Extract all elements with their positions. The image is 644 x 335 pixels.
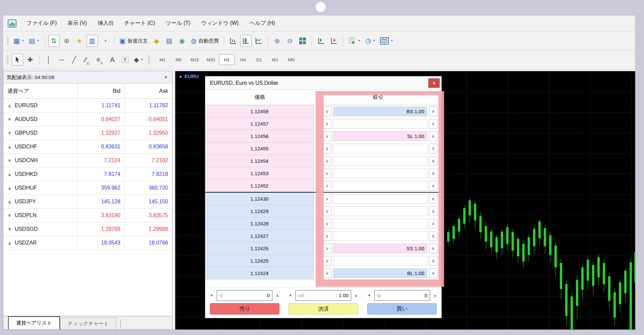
- price-cell[interactable]: 1.12455: [205, 142, 314, 155]
- price-cell[interactable]: 1.12428: [205, 217, 314, 230]
- buy-chevron-button[interactable]: ∧: [429, 144, 437, 153]
- menu-item[interactable]: ヘルプ (H): [244, 18, 280, 29]
- buy-chevron-button[interactable]: ∧: [429, 256, 437, 266]
- order-cell[interactable]: [333, 169, 427, 178]
- market-terminal-icon[interactable]: ▤: [164, 35, 175, 47]
- table-row[interactable]: ▲USDHKD7.81747.8218: [3, 168, 172, 181]
- buy-chevron-button[interactable]: ∧: [429, 231, 437, 241]
- dom-dialog-titlebar[interactable]: EURUSD, Euro vs US Dollar x: [205, 76, 441, 90]
- order-cell[interactable]: BS 1.00: [333, 107, 427, 116]
- price-cell[interactable]: 1.12457: [205, 118, 314, 130]
- menu-item[interactable]: 挿入(I): [92, 18, 119, 29]
- close-button[interactable]: x: [428, 78, 440, 88]
- sell-chevron-button[interactable]: ∨: [323, 181, 331, 191]
- buy-chevron-button[interactable]: ∧: [429, 206, 437, 216]
- buy-chevron-button[interactable]: ∧: [429, 156, 437, 166]
- table-row[interactable]: ▲USDZAR18.054318.0766: [3, 236, 172, 250]
- table-row[interactable]: ▲USDCHF0.836310.83658: [3, 140, 172, 154]
- table-row[interactable]: ▼USDSGD1.297691.29988: [3, 222, 172, 236]
- price-cell[interactable]: 1.12453: [205, 167, 314, 180]
- table-row[interactable]: ▼GBPUSD1.329271.32950: [3, 126, 172, 140]
- sell-button[interactable]: 売り: [210, 303, 279, 315]
- profiles-icon[interactable]: ▤▼: [27, 35, 41, 47]
- sl-increment-button[interactable]: ▲: [274, 292, 281, 299]
- buy-chevron-button[interactable]: ∧: [429, 244, 437, 253]
- period-clock-icon[interactable]: ◷▼: [364, 35, 377, 47]
- sl-decrement-button[interactable]: ▼: [208, 292, 215, 299]
- column-header-symbol[interactable]: 通貨ペア: [3, 84, 78, 98]
- timeframe-h4[interactable]: H4: [235, 54, 251, 65]
- menu-item[interactable]: ファイル (F): [21, 18, 62, 29]
- data-window-icon[interactable]: ⊕: [61, 35, 72, 47]
- price-cell[interactable]: 1.12426: [205, 242, 314, 255]
- order-cell[interactable]: SS 1.00: [333, 244, 427, 253]
- table-row[interactable]: ▲USDHUF359.962360.720: [3, 181, 172, 195]
- equidistant-channel-icon[interactable]: ∕∕E: [81, 54, 93, 66]
- bar-chart-icon[interactable]: [227, 35, 239, 47]
- indicators-icon[interactable]: ▼: [378, 35, 395, 47]
- candlestick-chart-icon[interactable]: [240, 35, 252, 47]
- timeframe-m1[interactable]: M1: [155, 54, 170, 65]
- tp-field[interactable]: tp0: [374, 290, 430, 301]
- sell-chevron-button[interactable]: ∨: [323, 144, 331, 153]
- price-cell[interactable]: 1.12454: [205, 155, 314, 167]
- order-cell[interactable]: [333, 256, 427, 266]
- order-cell[interactable]: [333, 144, 427, 153]
- close-button[interactable]: 決済: [288, 303, 358, 315]
- sell-chevron-button[interactable]: ∨: [323, 156, 331, 166]
- price-cell[interactable]: 1.12425: [205, 255, 314, 267]
- sell-chevron-button[interactable]: ∨: [323, 206, 331, 216]
- auto-scroll-icon[interactable]: [315, 35, 327, 47]
- order-cell[interactable]: [333, 231, 427, 241]
- vol-field[interactable]: vol1.00: [296, 290, 351, 301]
- chevron-down-icon[interactable]: ▼: [141, 58, 143, 61]
- price-cell[interactable]: 1.12429: [205, 205, 314, 217]
- sell-chevron-button[interactable]: ∨: [323, 119, 331, 129]
- zoom-out-icon[interactable]: ⊖: [284, 35, 296, 47]
- order-cell[interactable]: [333, 156, 427, 166]
- order-cell[interactable]: [333, 206, 427, 216]
- mql-wizard-icon[interactable]: ◆: [151, 35, 162, 47]
- price-cell[interactable]: 1.12458: [205, 105, 314, 118]
- table-row[interactable]: ▲EURUSD1.117411.11762: [3, 99, 172, 113]
- sell-chevron-button[interactable]: ∨: [323, 107, 331, 116]
- sell-chevron-button[interactable]: ∨: [323, 194, 331, 204]
- order-cell[interactable]: SL 1.00: [333, 131, 427, 141]
- buy-chevron-button[interactable]: ∧: [429, 169, 437, 178]
- price-cell[interactable]: 1.12424: [205, 267, 314, 279]
- table-row[interactable]: ▼USDCNH7.21247.2162: [3, 154, 172, 168]
- table-row[interactable]: ▼AUDUSD0.640270.64051: [3, 113, 172, 126]
- order-cell[interactable]: BL 1.00: [333, 268, 427, 278]
- buy-chevron-button[interactable]: ∧: [429, 194, 437, 204]
- vertical-line-icon[interactable]: │: [43, 54, 54, 66]
- toolbar-grip[interactable]: [7, 55, 9, 64]
- arrows-icon[interactable]: ◆▼: [132, 54, 145, 66]
- timeframe-m15[interactable]: M15: [187, 54, 202, 65]
- buy-chevron-button[interactable]: ∧: [429, 107, 437, 116]
- fibonacci-icon[interactable]: ≡F: [94, 54, 105, 66]
- menu-item[interactable]: ツール (T): [160, 18, 196, 29]
- autotrading-icon[interactable]: ◍自動売買: [189, 35, 220, 47]
- price-cell[interactable]: 1.12456: [205, 130, 314, 142]
- timeframe-d1[interactable]: D1: [251, 54, 267, 65]
- tab-symbol-list[interactable]: 通貨ペアリスト: [8, 316, 60, 329]
- menu-item[interactable]: チャート (C): [119, 18, 160, 29]
- zoom-in-icon[interactable]: ⊕: [271, 35, 283, 47]
- timeframe-mn[interactable]: MN: [283, 54, 299, 65]
- text-label-icon[interactable]: T: [119, 54, 131, 66]
- chevron-down-icon[interactable]: ▼: [390, 40, 393, 42]
- vol-increment-button[interactable]: ▲: [353, 292, 360, 299]
- sell-chevron-button[interactable]: ∨: [323, 169, 331, 178]
- timeframe-w1[interactable]: W1: [267, 54, 283, 65]
- timeframe-m5[interactable]: M5: [171, 54, 186, 65]
- trendline-icon[interactable]: ╱: [68, 54, 80, 66]
- sell-chevron-button[interactable]: ∨: [323, 231, 331, 241]
- price-cell[interactable]: 1.12452: [205, 180, 314, 192]
- text-icon[interactable]: A: [107, 54, 118, 66]
- table-row[interactable]: ▲USDJPY145.128145.150: [3, 195, 172, 209]
- tab-tick-chart[interactable]: ティックチャート: [60, 318, 116, 329]
- chevron-down-icon[interactable]: ▼: [358, 40, 361, 42]
- line-chart-icon[interactable]: [253, 35, 264, 47]
- terminal-icon[interactable]: ▥: [87, 35, 98, 47]
- order-cell[interactable]: [333, 194, 427, 204]
